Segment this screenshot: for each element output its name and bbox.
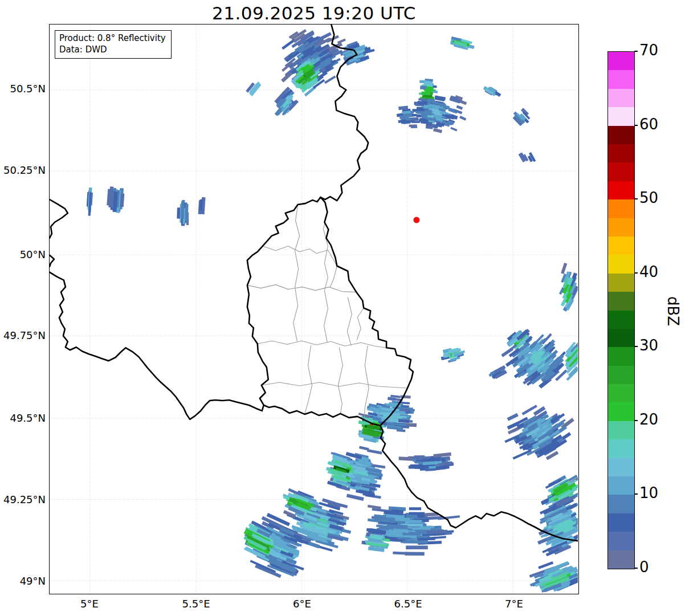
colorbar-segment bbox=[608, 218, 634, 236]
colorbar-tick-label: 30 bbox=[639, 337, 679, 354]
colorbar-tick-label: 50 bbox=[639, 189, 679, 206]
colorbar-segment bbox=[608, 126, 634, 144]
x-tick-label: 6.5°E bbox=[374, 598, 442, 610]
colorbar-segment bbox=[608, 439, 634, 458]
y-tick-label: 49.5°N bbox=[0, 412, 46, 424]
x-tick-label: 5.5°E bbox=[162, 598, 230, 610]
colorbar-tick-mark bbox=[634, 420, 638, 421]
colorbar-segment bbox=[608, 329, 634, 347]
colorbar-tick-mark bbox=[634, 568, 638, 569]
colorbar-segment bbox=[608, 255, 634, 273]
colorbar-segment bbox=[608, 366, 634, 384]
colorbar-tick-label: 40 bbox=[639, 263, 679, 280]
colorbar-segment bbox=[608, 347, 634, 365]
figure-title: 21.09.2025 19:20 UTC bbox=[49, 3, 579, 23]
y-tick-label: 50.25°N bbox=[0, 164, 46, 176]
colorbar-tick-label: 0 bbox=[639, 558, 679, 576]
colorbar-segment bbox=[608, 181, 634, 199]
product-line: Product: 0.8° Reflectivity bbox=[59, 32, 166, 44]
x-tick-label: 5°E bbox=[55, 598, 124, 610]
colorbar-tick-mark bbox=[634, 51, 638, 52]
colorbar-segment bbox=[608, 89, 634, 107]
colorbar-segment bbox=[608, 199, 634, 218]
map-axes bbox=[49, 24, 579, 594]
colorbar-segment bbox=[608, 458, 634, 476]
colorbar-segment bbox=[608, 236, 634, 255]
radar-map-canvas bbox=[50, 25, 578, 593]
colorbar-tick-mark bbox=[634, 346, 638, 347]
y-tick-label: 49°N bbox=[0, 575, 46, 587]
colorbar-segment bbox=[608, 274, 634, 292]
x-tick-label: 7°E bbox=[480, 598, 548, 610]
colorbar-segment bbox=[608, 144, 634, 162]
colorbar-segment bbox=[608, 532, 634, 550]
colorbar-axis-label: dBZ bbox=[664, 291, 682, 331]
colorbar-segment bbox=[608, 311, 634, 329]
colorbar-segment bbox=[608, 476, 634, 495]
colorbar-tick-label: 70 bbox=[639, 42, 679, 59]
data-source-line: Data: DWD bbox=[59, 44, 166, 55]
colorbar-tick-label: 60 bbox=[639, 116, 679, 133]
colorbar-tick-mark bbox=[634, 198, 638, 199]
colorbar-segment bbox=[608, 550, 634, 569]
colorbar-segment bbox=[608, 70, 634, 88]
y-tick-label: 49.75°N bbox=[0, 329, 46, 341]
product-info-box: Product: 0.8° Reflectivity Data: DWD bbox=[55, 30, 172, 59]
colorbar-segment bbox=[608, 107, 634, 125]
colorbar-tick-mark bbox=[634, 125, 638, 126]
colorbar-segment bbox=[608, 52, 634, 70]
colorbar-segment bbox=[608, 421, 634, 439]
colorbar-tick-label: 20 bbox=[639, 411, 679, 428]
colorbar-segment bbox=[608, 162, 634, 181]
radar-site-marker bbox=[413, 217, 419, 223]
y-tick-label: 50°N bbox=[0, 248, 46, 260]
colorbar-segment bbox=[608, 402, 634, 421]
colorbar-segment bbox=[608, 292, 634, 310]
radar-figure: 21.09.2025 19:20 UTC Product: 0.8° Refle… bbox=[0, 0, 685, 616]
colorbar-tick-mark bbox=[634, 272, 638, 274]
colorbar-segment bbox=[608, 495, 634, 513]
colorbar-segment bbox=[608, 513, 634, 532]
y-tick-label: 50.5°N bbox=[0, 83, 46, 95]
colorbar bbox=[607, 51, 635, 569]
colorbar-segment bbox=[608, 384, 634, 402]
x-tick-label: 6°E bbox=[268, 598, 336, 610]
colorbar-tick-label: 10 bbox=[639, 484, 679, 501]
y-tick-label: 49.25°N bbox=[0, 493, 46, 505]
colorbar-tick-mark bbox=[634, 493, 638, 495]
